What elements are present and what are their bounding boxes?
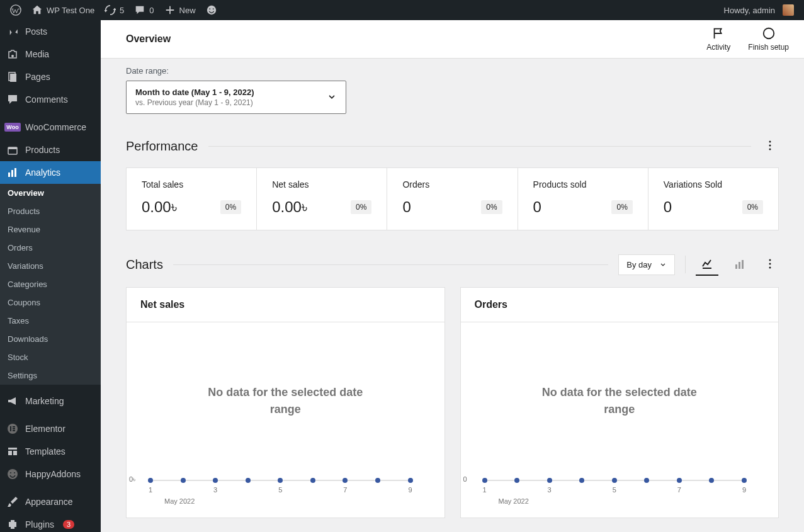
submenu-taxes[interactable]: Taxes bbox=[0, 312, 101, 330]
svg-point-22 bbox=[14, 472, 15, 473]
chart-axis: 0৳ 13579 May 2022 bbox=[127, 480, 444, 518]
chart-title: Net sales bbox=[127, 288, 444, 322]
main-content: Overview Activity Finish setup Date rang… bbox=[101, 20, 804, 532]
new-content[interactable]: New bbox=[159, 0, 201, 20]
comments[interactable]: 0 bbox=[129, 0, 159, 20]
update-icon bbox=[105, 4, 116, 16]
charts-menu[interactable] bbox=[761, 255, 779, 274]
user-greeting[interactable]: Howdy, admin bbox=[719, 0, 799, 20]
divider bbox=[173, 264, 608, 265]
sidebar-item-label: WooCommerce bbox=[25, 122, 86, 132]
tick bbox=[514, 478, 519, 483]
sidebar-item-label: Posts bbox=[25, 26, 47, 37]
interval-label: By day bbox=[626, 260, 652, 269]
tick-label: 3 bbox=[213, 486, 217, 494]
submenu-stock[interactable]: Stock bbox=[0, 348, 101, 366]
svg-rect-15 bbox=[13, 428, 15, 429]
svg-rect-6 bbox=[10, 74, 16, 82]
sidebar-item-label: Plugins bbox=[25, 519, 54, 529]
sidebar-item-templates[interactable]: Templates bbox=[0, 440, 101, 463]
submenu-products[interactable]: Products bbox=[0, 202, 101, 220]
svg-rect-14 bbox=[13, 426, 15, 427]
pin-icon bbox=[6, 25, 19, 38]
sidebar-item-elementor[interactable]: Elementor bbox=[0, 417, 101, 440]
date-range-label: Date range: bbox=[126, 66, 779, 76]
submenu-downloads[interactable]: Downloads bbox=[0, 330, 101, 348]
sidebar-item-label: Analytics bbox=[25, 167, 60, 178]
perf-delta: 0% bbox=[481, 200, 502, 214]
sidebar-item-happyaddons[interactable]: HappyAddons bbox=[0, 463, 101, 485]
sidebar-item-pages[interactable]: Pages bbox=[0, 65, 101, 88]
finish-setup-button[interactable]: Finish setup bbox=[748, 26, 789, 52]
perf-value: 0 bbox=[533, 198, 541, 216]
submenu-variations[interactable]: Variations bbox=[0, 257, 101, 275]
date-range-selector[interactable]: Month to date (May 1 - 9, 2022) vs. Prev… bbox=[126, 81, 346, 114]
svg-rect-17 bbox=[8, 448, 17, 450]
analytics-icon bbox=[6, 166, 19, 179]
svg-point-32 bbox=[769, 266, 771, 268]
happy-addons-ab[interactable] bbox=[201, 0, 222, 20]
tick-label: 1 bbox=[149, 486, 152, 494]
chart-axis: 0 13579 May 2022 bbox=[461, 480, 779, 518]
perf-card-products-sold[interactable]: Products sold 00% bbox=[518, 168, 648, 230]
sidebar-item-marketing[interactable]: Marketing bbox=[0, 390, 101, 412]
chart-orders: Orders No data for the selected date ran… bbox=[460, 287, 779, 518]
plugin-icon bbox=[6, 518, 19, 531]
chevron-down-icon bbox=[659, 261, 667, 268]
perf-card-variations-sold[interactable]: Variations Sold 00% bbox=[648, 168, 778, 230]
performance-grid: Total sales 0.00৳0% Net sales 0.00৳0% Or… bbox=[126, 167, 779, 230]
tick-label: 7 bbox=[677, 486, 681, 494]
bar-chart-toggle[interactable] bbox=[728, 253, 751, 276]
perf-value: 0 bbox=[664, 198, 672, 216]
submenu-categories[interactable]: Categories bbox=[0, 275, 101, 293]
interval-selector[interactable]: By day bbox=[618, 254, 675, 275]
tick bbox=[482, 478, 487, 483]
svg-rect-27 bbox=[735, 264, 737, 269]
sidebar-item-appearance[interactable]: Appearance bbox=[0, 490, 101, 513]
line-chart-toggle[interactable] bbox=[696, 253, 718, 276]
new-label: New bbox=[179, 6, 196, 15]
tick bbox=[213, 478, 218, 483]
sidebar-item-comments[interactable]: Comments bbox=[0, 88, 101, 111]
performance-menu[interactable] bbox=[761, 137, 779, 156]
tick bbox=[612, 478, 617, 483]
sidebar-item-plugins[interactable]: Plugins3 bbox=[0, 513, 101, 532]
svg-point-31 bbox=[769, 263, 771, 264]
submenu-orders[interactable]: Orders bbox=[0, 239, 101, 257]
kebab-icon bbox=[764, 139, 776, 152]
sidebar-item-posts[interactable]: Posts bbox=[0, 20, 101, 43]
sidebar-item-analytics[interactable]: Analytics bbox=[0, 161, 101, 184]
tick bbox=[408, 478, 413, 483]
tick bbox=[278, 478, 283, 483]
wp-logo[interactable] bbox=[5, 0, 26, 20]
perf-card-total-sales[interactable]: Total sales 0.00৳0% bbox=[127, 168, 257, 230]
submenu-overview[interactable]: Overview bbox=[0, 184, 101, 202]
admin-bar: WP Test One 5 0 New Howdy, admin bbox=[0, 0, 804, 20]
sidebar-item-products[interactable]: Products bbox=[0, 139, 101, 161]
activity-button[interactable]: Activity bbox=[706, 26, 730, 52]
elementor-icon bbox=[6, 422, 19, 435]
tick bbox=[742, 478, 747, 483]
submenu-settings[interactable]: Settings bbox=[0, 366, 101, 385]
submenu-revenue[interactable]: Revenue bbox=[0, 220, 101, 239]
admin-sidebar: Posts Media Pages Comments WooWooCommerc… bbox=[0, 20, 101, 532]
plus-icon bbox=[164, 4, 176, 16]
sidebar-item-label: Pages bbox=[25, 72, 50, 82]
brush-icon bbox=[6, 495, 19, 508]
perf-card-net-sales[interactable]: Net sales 0.00৳0% bbox=[257, 168, 387, 230]
tick bbox=[310, 478, 315, 483]
svg-rect-28 bbox=[739, 262, 740, 269]
sidebar-item-label: Elementor bbox=[25, 424, 65, 434]
perf-card-orders[interactable]: Orders 00% bbox=[387, 168, 518, 230]
tick-label: 9 bbox=[408, 486, 412, 494]
sidebar-item-media[interactable]: Media bbox=[0, 43, 101, 65]
perf-label: Net sales bbox=[272, 179, 371, 190]
chart-nodata: No data for the selected date range bbox=[538, 384, 701, 418]
happy-icon bbox=[6, 468, 19, 480]
site-link[interactable]: WP Test One bbox=[26, 0, 99, 20]
submenu-coupons[interactable]: Coupons bbox=[0, 293, 101, 312]
sidebar-item-woocommerce[interactable]: WooWooCommerce bbox=[0, 116, 101, 139]
updates-count: 5 bbox=[120, 6, 124, 15]
updates[interactable]: 5 bbox=[99, 0, 129, 20]
bar-chart-icon bbox=[733, 258, 746, 271]
